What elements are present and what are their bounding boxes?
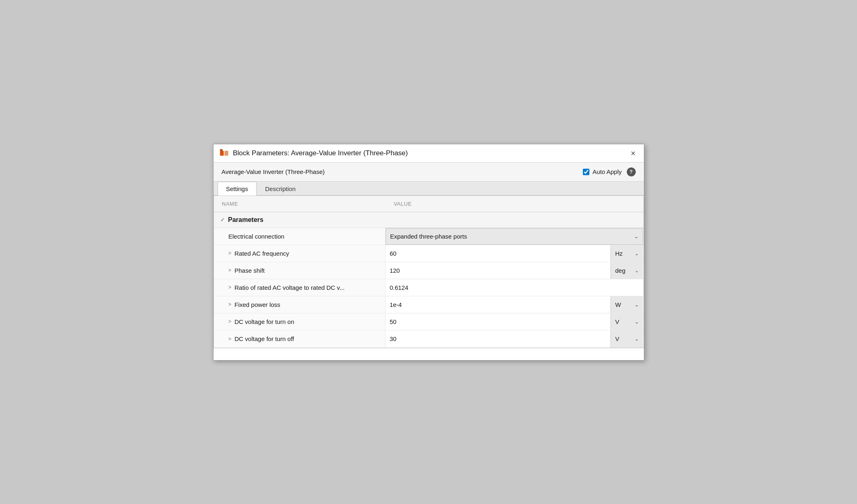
fixed-power-loss-unit-dropdown[interactable]: W ⌄ (611, 296, 643, 313)
expand-arrow-icon[interactable]: > (229, 267, 231, 273)
fixed-power-loss-unit-arrow-icon: ⌄ (635, 302, 639, 308)
param-value-electrical-connection: Expanded three-phase ports ⌄ (386, 228, 643, 245)
svg-rect-2 (220, 149, 222, 151)
ratio-ac-dc-label: Ratio of rated AC voltage to rated DC v.… (235, 284, 345, 291)
param-name-rated-ac-frequency: > Rated AC frequency (214, 245, 386, 262)
svg-rect-0 (220, 151, 224, 156)
auto-apply-checkbox[interactable] (583, 169, 589, 175)
block-icon (219, 148, 229, 158)
param-value-dc-voltage-turn-off: V ⌄ (386, 330, 643, 348)
phase-shift-unit-arrow-icon: ⌄ (635, 267, 639, 274)
parameters-section-label: Parameters (228, 216, 264, 224)
col-name-header: NAME (214, 199, 386, 209)
param-value-fixed-power-loss: W ⌄ (386, 296, 643, 313)
param-value-phase-shift: deg ⌄ (386, 262, 643, 279)
electrical-connection-dropdown-arrow-icon: ⌄ (634, 233, 639, 239)
subtitle-text: Average-Value Inverter (Three-Phase) (222, 168, 578, 175)
param-value-ratio-ac-dc (386, 279, 643, 296)
expand-arrow-icon[interactable]: > (229, 302, 231, 307)
electrical-connection-label: Electrical connection (229, 233, 285, 240)
param-value-dc-voltage-turn-on: V ⌄ (386, 313, 643, 330)
table-header: NAME VALUE (214, 196, 643, 212)
rated-ac-frequency-unit-dropdown[interactable]: Hz ⌄ (611, 245, 643, 262)
dc-voltage-turn-on-unit-dropdown[interactable]: V ⌄ (611, 313, 643, 330)
dc-voltage-turn-off-label: DC voltage for turn off (235, 335, 294, 342)
dc-voltage-turn-on-split: V ⌄ (386, 313, 643, 330)
subtitle-bar: Average-Value Inverter (Three-Phase) Aut… (214, 163, 644, 182)
rated-ac-frequency-unit-arrow-icon: ⌄ (635, 250, 639, 256)
param-name-fixed-power-loss: > Fixed power loss (214, 296, 386, 313)
rated-ac-frequency-unit: Hz (615, 250, 633, 257)
dc-voltage-turn-on-label: DC voltage for turn on (235, 318, 294, 325)
auto-apply-label: Auto Apply (593, 168, 622, 175)
close-button[interactable]: × (628, 148, 638, 158)
content-area: NAME VALUE ✓ Parameters Electrical conne… (214, 196, 644, 348)
phase-shift-unit-dropdown[interactable]: deg ⌄ (611, 262, 643, 279)
section-chevron-icon[interactable]: ✓ (220, 217, 225, 223)
fixed-power-loss-input[interactable] (386, 296, 611, 313)
param-name-ratio-ac-dc: > Ratio of rated AC voltage to rated DC … (214, 279, 386, 296)
expand-arrow-icon[interactable]: > (229, 285, 231, 290)
param-name-phase-shift: > Phase shift (214, 262, 386, 279)
tab-description[interactable]: Description (257, 182, 304, 196)
dc-voltage-turn-off-unit: V (615, 335, 633, 342)
table-row: > Fixed power loss W ⌄ (214, 296, 643, 313)
param-value-rated-ac-frequency: Hz ⌄ (386, 245, 643, 262)
tabs-bar: Settings Description (214, 182, 644, 196)
phase-shift-split: deg ⌄ (386, 262, 643, 279)
title-bar: Block Parameters: Average-Value Inverter… (214, 144, 644, 163)
param-name-dc-voltage-turn-on: > DC voltage for turn on (214, 313, 386, 330)
phase-shift-unit: deg (615, 267, 633, 274)
table-row: > Rated AC frequency Hz ⌄ (214, 245, 643, 262)
fixed-power-loss-label: Fixed power loss (235, 301, 281, 308)
param-name-dc-voltage-turn-off: > DC voltage for turn off (214, 330, 386, 348)
expand-arrow-icon[interactable]: > (229, 336, 231, 342)
electrical-connection-dropdown[interactable]: Expanded three-phase ports ⌄ (386, 228, 643, 245)
electrical-connection-value: Expanded three-phase ports (390, 233, 632, 240)
rated-ac-frequency-label: Rated AC frequency (235, 250, 289, 257)
dc-voltage-turn-off-input[interactable] (386, 330, 611, 348)
dc-voltage-turn-on-input[interactable] (386, 313, 611, 330)
table-row: > DC voltage for turn off V ⌄ (214, 330, 643, 348)
dialog-window: Block Parameters: Average-Value Inverter… (213, 144, 644, 361)
ratio-ac-dc-input[interactable] (386, 279, 643, 296)
col-value-header: VALUE (386, 199, 643, 209)
table-row: > Ratio of rated AC voltage to rated DC … (214, 279, 643, 296)
param-name-electrical-connection: Electrical connection (214, 228, 386, 245)
bottom-area (214, 348, 644, 360)
dc-voltage-turn-off-split: V ⌄ (386, 330, 643, 348)
dc-voltage-turn-off-unit-dropdown[interactable]: V ⌄ (611, 330, 643, 348)
tab-settings[interactable]: Settings (218, 182, 257, 196)
rated-ac-frequency-input[interactable] (386, 245, 611, 262)
parameters-section-header: ✓ Parameters (214, 212, 643, 228)
dc-voltage-turn-off-unit-arrow-icon: ⌄ (635, 336, 639, 342)
table-row: > Phase shift deg ⌄ (214, 262, 643, 279)
dc-voltage-turn-on-unit: V (615, 318, 633, 325)
help-icon[interactable]: ? (627, 167, 636, 176)
auto-apply-container: Auto Apply (583, 168, 622, 175)
fixed-power-loss-split: W ⌄ (386, 296, 643, 313)
dc-voltage-turn-on-unit-arrow-icon: ⌄ (635, 319, 639, 325)
fixed-power-loss-unit: W (615, 301, 633, 308)
expand-arrow-icon[interactable]: > (229, 319, 231, 324)
expand-arrow-icon[interactable]: > (229, 250, 231, 256)
phase-shift-label: Phase shift (235, 267, 265, 274)
window-title: Block Parameters: Average-Value Inverter… (233, 149, 624, 157)
svg-rect-1 (225, 151, 228, 156)
phase-shift-input[interactable] (386, 262, 611, 279)
rated-ac-frequency-split: Hz ⌄ (386, 245, 643, 262)
table-row: > DC voltage for turn on V ⌄ (214, 313, 643, 330)
table-row: Electrical connection Expanded three-pha… (214, 228, 643, 245)
